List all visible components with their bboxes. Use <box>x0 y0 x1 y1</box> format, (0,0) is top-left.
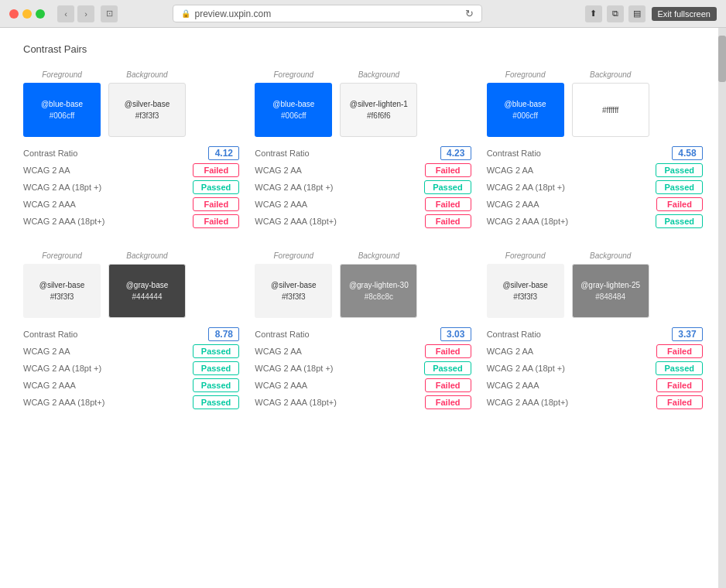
contrast-pair-1: Foreground@blue-base#006cffBackground@si… <box>23 70 239 228</box>
foreground-color-swatch: @silver-base#f3f3f3 <box>487 264 564 318</box>
badge: Passed <box>424 361 471 375</box>
page-content: Contrast Pairs Foreground@blue-base#006c… <box>0 28 726 588</box>
maximize-button[interactable] <box>36 9 45 19</box>
background-color-swatch: @gray-lighten-25#848484 <box>572 264 649 318</box>
background-color-swatch: @silver-lighten-1#f6f6f6 <box>340 83 417 137</box>
minimize-button[interactable] <box>22 9 32 19</box>
background-swatch-col: Background@gray-lighten-30#8c8c8c <box>340 251 417 318</box>
color-swatches: Foreground@silver-base#f3f3f3Background@… <box>23 251 239 318</box>
scrollbar[interactable] <box>718 28 726 588</box>
metric-label: WCAG 2 AAA <box>23 381 76 390</box>
metric-row: WCAG 2 AAAFailed <box>487 197 703 211</box>
badge: Failed <box>656 395 703 409</box>
browser-window: ‹ › ⊡ 🔒 preview.uxpin.com ↻ ⬆ ⧉ ▤ Exit f… <box>0 0 726 588</box>
background-label: Background <box>358 70 399 79</box>
metric-label: WCAG 2 AA (18pt +) <box>255 364 333 373</box>
badge: Failed <box>425 344 471 358</box>
metric-label: WCAG 2 AA <box>487 166 534 175</box>
metric-label: WCAG 2 AAA (18pt+) <box>255 398 336 407</box>
foreground-label: Foreground <box>273 70 313 79</box>
metric-label: WCAG 2 AA (18pt +) <box>255 183 333 192</box>
badge: Passed <box>193 344 240 358</box>
scrollbar-thumb[interactable] <box>718 36 726 82</box>
metric-row: WCAG 2 AAAFailed <box>487 378 703 392</box>
metric-row: WCAG 2 AAFailed <box>255 163 471 177</box>
reload-button[interactable]: ↻ <box>465 8 474 19</box>
metric-row: Contrast Ratio3.03 <box>255 327 471 341</box>
background-label: Background <box>126 251 167 260</box>
foreground-label: Foreground <box>505 70 546 79</box>
background-color-swatch: #ffffff <box>572 83 649 137</box>
sidebar-button[interactable]: ▤ <box>628 5 646 22</box>
background-label: Background <box>590 251 631 260</box>
badge: Failed <box>193 197 239 211</box>
close-button[interactable] <box>9 9 19 19</box>
badge: Passed <box>656 361 703 375</box>
metric-label: Contrast Ratio <box>487 330 541 339</box>
foreground-swatch-col: Foreground@blue-base#006cff <box>23 70 101 137</box>
badge: Failed <box>425 214 471 228</box>
metric-row: Contrast Ratio4.58 <box>487 146 703 160</box>
badge: Passed <box>193 361 240 375</box>
address-bar[interactable]: 🔒 preview.uxpin.com ↻ <box>173 5 482 22</box>
contrast-ratio-value: 3.37 <box>672 327 703 341</box>
metric-row: WCAG 2 AAAPassed <box>23 378 239 392</box>
metric-label: WCAG 2 AAA (18pt+) <box>23 217 104 226</box>
contrast-grid: Foreground@blue-base#006cffBackground@si… <box>23 70 703 409</box>
metric-label: WCAG 2 AA (18pt +) <box>487 364 565 373</box>
foreground-swatch-col: Foreground@silver-base#f3f3f3 <box>255 251 332 318</box>
background-swatch-col: Background#ffffff <box>572 70 649 137</box>
foreground-label: Foreground <box>273 251 313 260</box>
metric-row: WCAG 2 AAA (18pt+)Failed <box>487 395 703 409</box>
foreground-label: Foreground <box>42 70 82 79</box>
back-button[interactable]: ‹ <box>57 5 74 22</box>
badge: Failed <box>425 197 471 211</box>
metrics: Contrast Ratio8.78WCAG 2 AAPassedWCAG 2 … <box>23 327 239 409</box>
exit-fullscreen-button[interactable]: Exit fullscreen <box>652 7 717 21</box>
foreground-swatch-col: Foreground@silver-base#f3f3f3 <box>487 251 564 318</box>
foreground-swatch-col: Foreground@blue-base#006cff <box>487 70 564 137</box>
metric-row: WCAG 2 AA (18pt +)Passed <box>487 180 703 194</box>
foreground-color-swatch: @blue-base#006cff <box>255 83 332 137</box>
new-tab-button[interactable]: ⧉ <box>607 5 624 22</box>
metric-label: WCAG 2 AAA (18pt+) <box>23 398 104 407</box>
metric-label: WCAG 2 AA (18pt +) <box>487 183 565 192</box>
metric-label: WCAG 2 AAA (18pt+) <box>487 398 568 407</box>
metric-label: Contrast Ratio <box>255 330 309 339</box>
tab-button[interactable]: ⊡ <box>101 5 118 22</box>
metric-label: WCAG 2 AA <box>23 166 70 175</box>
badge: Failed <box>425 378 471 392</box>
contrast-ratio-value: 3.03 <box>440 327 471 341</box>
share-button[interactable]: ⬆ <box>585 5 602 22</box>
metric-row: WCAG 2 AAA (18pt+)Failed <box>255 214 471 228</box>
contrast-pair-4: Foreground@silver-base#f3f3f3Background@… <box>23 251 239 409</box>
metric-label: WCAG 2 AAA <box>255 200 307 209</box>
contrast-pair-6: Foreground@silver-base#f3f3f3Background@… <box>487 251 703 409</box>
badge: Passed <box>424 180 471 194</box>
metric-row: WCAG 2 AAAFailed <box>23 197 239 211</box>
color-swatches: Foreground@blue-base#006cffBackground@si… <box>255 70 471 137</box>
badge: Passed <box>656 163 703 177</box>
badge: Failed <box>656 378 703 392</box>
metric-label: Contrast Ratio <box>23 330 77 339</box>
foreground-color-swatch: @silver-base#f3f3f3 <box>23 264 101 318</box>
metric-row: WCAG 2 AAAFailed <box>255 378 471 392</box>
metric-row: WCAG 2 AA (18pt +)Passed <box>255 361 471 375</box>
metric-row: WCAG 2 AA (18pt +)Passed <box>255 180 471 194</box>
forward-button[interactable]: › <box>77 5 94 22</box>
foreground-color-swatch: @silver-base#f3f3f3 <box>255 264 332 318</box>
badge: Failed <box>425 163 471 177</box>
badge: Failed <box>425 395 471 409</box>
metric-label: WCAG 2 AA <box>255 347 302 356</box>
metric-label: WCAG 2 AAA <box>487 381 539 390</box>
metric-row: Contrast Ratio4.23 <box>255 146 471 160</box>
metrics: Contrast Ratio4.58WCAG 2 AAPassedWCAG 2 … <box>487 146 703 228</box>
browser-actions: ⬆ ⧉ ▤ <box>585 5 646 22</box>
contrast-ratio-value: 4.58 <box>672 146 703 160</box>
metric-row: WCAG 2 AAA (18pt+)Passed <box>487 214 703 228</box>
metric-label: WCAG 2 AA <box>255 166 302 175</box>
background-swatch-col: Background@silver-base#f3f3f3 <box>108 70 186 137</box>
metric-label: WCAG 2 AAA (18pt+) <box>255 217 336 226</box>
traffic-lights <box>9 9 45 19</box>
metric-row: Contrast Ratio3.37 <box>487 327 703 341</box>
